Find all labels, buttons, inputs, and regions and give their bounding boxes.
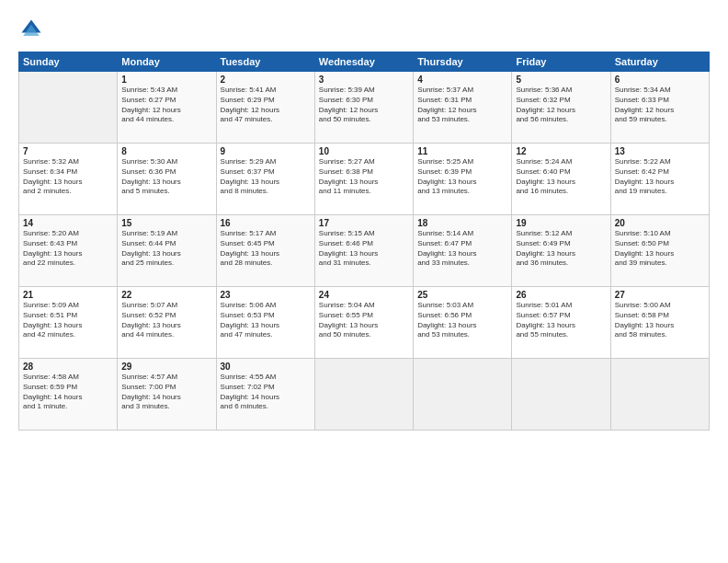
day-number: 16 — [221, 218, 311, 228]
day-number: 10 — [319, 146, 409, 156]
logo-icon — [18, 17, 44, 42]
header-row: Sunday Monday Tuesday Wednesday Thursday… — [19, 52, 710, 72]
day-info: Sunrise: 5:14 AMSunset: 6:47 PMDaylight:… — [417, 229, 507, 269]
day-info: Sunrise: 5:06 AMSunset: 6:53 PMDaylight:… — [221, 301, 311, 340]
week-row-4: 21Sunrise: 5:09 AMSunset: 6:51 PMDayligh… — [19, 287, 710, 359]
calendar-cell — [610, 359, 709, 431]
calendar-cell: 23Sunrise: 5:06 AMSunset: 6:53 PMDayligh… — [216, 287, 314, 359]
day-number: 28 — [23, 362, 113, 372]
day-info: Sunrise: 5:25 AMSunset: 6:39 PMDaylight:… — [417, 157, 507, 197]
calendar-cell: 28Sunrise: 4:58 AMSunset: 6:59 PMDayligh… — [19, 359, 118, 431]
calendar-cell: 1Sunrise: 5:43 AMSunset: 6:27 PMDaylight… — [118, 72, 216, 144]
col-thursday: Thursday — [414, 52, 512, 72]
calendar-cell: 10Sunrise: 5:27 AMSunset: 6:38 PMDayligh… — [314, 144, 413, 215]
day-number: 29 — [121, 362, 211, 372]
col-friday: Friday — [512, 52, 610, 72]
calendar-cell — [314, 359, 413, 431]
calendar-cell: 7Sunrise: 5:32 AMSunset: 6:34 PMDaylight… — [19, 144, 118, 215]
calendar-cell: 3Sunrise: 5:39 AMSunset: 6:30 PMDaylight… — [314, 72, 413, 144]
day-info: Sunrise: 5:15 AMSunset: 6:46 PMDaylight:… — [319, 229, 409, 269]
day-number: 18 — [417, 218, 507, 228]
calendar-cell: 13Sunrise: 5:22 AMSunset: 6:42 PMDayligh… — [610, 144, 709, 215]
calendar-cell: 18Sunrise: 5:14 AMSunset: 6:47 PMDayligh… — [414, 215, 512, 287]
day-info: Sunrise: 4:58 AMSunset: 6:59 PMDaylight:… — [23, 373, 113, 412]
day-info: Sunrise: 5:32 AMSunset: 6:34 PMDaylight:… — [23, 157, 113, 197]
calendar-cell: 27Sunrise: 5:00 AMSunset: 6:58 PMDayligh… — [610, 287, 709, 359]
calendar-cell — [512, 359, 610, 431]
day-info: Sunrise: 5:29 AMSunset: 6:37 PMDaylight:… — [221, 157, 311, 197]
day-number: 6 — [615, 75, 705, 85]
week-row-5: 28Sunrise: 4:58 AMSunset: 6:59 PMDayligh… — [19, 359, 710, 431]
day-info: Sunrise: 5:30 AMSunset: 6:36 PMDaylight:… — [121, 157, 211, 197]
day-number: 14 — [23, 218, 113, 228]
day-info: Sunrise: 5:39 AMSunset: 6:30 PMDaylight:… — [319, 86, 409, 125]
day-number: 2 — [221, 75, 311, 85]
day-number: 12 — [516, 146, 606, 156]
calendar-cell: 15Sunrise: 5:19 AMSunset: 6:44 PMDayligh… — [118, 215, 216, 287]
day-info: Sunrise: 5:19 AMSunset: 6:44 PMDaylight:… — [121, 229, 211, 269]
calendar-cell: 5Sunrise: 5:36 AMSunset: 6:32 PMDaylight… — [512, 72, 610, 144]
day-info: Sunrise: 5:22 AMSunset: 6:42 PMDaylight:… — [615, 157, 705, 197]
day-info: Sunrise: 4:55 AMSunset: 7:02 PMDaylight:… — [221, 373, 311, 412]
day-info: Sunrise: 5:17 AMSunset: 6:45 PMDaylight:… — [221, 229, 311, 269]
day-info: Sunrise: 5:34 AMSunset: 6:33 PMDaylight:… — [615, 86, 705, 125]
calendar-cell: 20Sunrise: 5:10 AMSunset: 6:50 PMDayligh… — [610, 215, 709, 287]
calendar-table: Sunday Monday Tuesday Wednesday Thursday… — [18, 52, 710, 431]
day-info: Sunrise: 5:27 AMSunset: 6:38 PMDaylight:… — [319, 157, 409, 197]
calendar-cell: 2Sunrise: 5:41 AMSunset: 6:29 PMDaylight… — [216, 72, 314, 144]
calendar-cell: 21Sunrise: 5:09 AMSunset: 6:51 PMDayligh… — [19, 287, 118, 359]
day-number: 27 — [615, 290, 705, 300]
day-number: 20 — [615, 218, 705, 228]
day-number: 9 — [221, 146, 311, 156]
calendar-cell: 12Sunrise: 5:24 AMSunset: 6:40 PMDayligh… — [512, 144, 610, 215]
day-info: Sunrise: 5:03 AMSunset: 6:56 PMDaylight:… — [417, 301, 507, 340]
day-info: Sunrise: 5:12 AMSunset: 6:49 PMDaylight:… — [516, 229, 606, 269]
day-info: Sunrise: 5:04 AMSunset: 6:55 PMDaylight:… — [319, 301, 409, 340]
day-info: Sunrise: 5:10 AMSunset: 6:50 PMDaylight:… — [615, 229, 705, 269]
calendar-cell: 30Sunrise: 4:55 AMSunset: 7:02 PMDayligh… — [216, 359, 314, 431]
day-number: 8 — [121, 146, 211, 156]
day-number: 19 — [516, 218, 606, 228]
day-number: 13 — [615, 146, 705, 156]
day-info: Sunrise: 5:41 AMSunset: 6:29 PMDaylight:… — [221, 86, 311, 125]
day-number: 5 — [516, 75, 606, 85]
day-number: 21 — [23, 290, 113, 300]
day-info: Sunrise: 5:37 AMSunset: 6:31 PMDaylight:… — [417, 86, 507, 125]
calendar-cell: 6Sunrise: 5:34 AMSunset: 6:33 PMDaylight… — [610, 72, 709, 144]
calendar-cell: 14Sunrise: 5:20 AMSunset: 6:43 PMDayligh… — [19, 215, 118, 287]
day-info: Sunrise: 5:24 AMSunset: 6:40 PMDaylight:… — [516, 157, 606, 197]
day-number: 26 — [516, 290, 606, 300]
calendar-cell: 9Sunrise: 5:29 AMSunset: 6:37 PMDaylight… — [216, 144, 314, 215]
day-info: Sunrise: 5:01 AMSunset: 6:57 PMDaylight:… — [516, 301, 606, 340]
day-number: 24 — [319, 290, 409, 300]
calendar-cell: 11Sunrise: 5:25 AMSunset: 6:39 PMDayligh… — [414, 144, 512, 215]
col-saturday: Saturday — [610, 52, 709, 72]
calendar-cell: 17Sunrise: 5:15 AMSunset: 6:46 PMDayligh… — [314, 215, 413, 287]
calendar-cell: 22Sunrise: 5:07 AMSunset: 6:52 PMDayligh… — [118, 287, 216, 359]
calendar-cell: 25Sunrise: 5:03 AMSunset: 6:56 PMDayligh… — [414, 287, 512, 359]
day-info: Sunrise: 5:00 AMSunset: 6:58 PMDaylight:… — [615, 301, 705, 340]
calendar-cell: 29Sunrise: 4:57 AMSunset: 7:00 PMDayligh… — [118, 359, 216, 431]
calendar-cell: 19Sunrise: 5:12 AMSunset: 6:49 PMDayligh… — [512, 215, 610, 287]
day-number: 22 — [121, 290, 211, 300]
calendar-cell: 8Sunrise: 5:30 AMSunset: 6:36 PMDaylight… — [118, 144, 216, 215]
calendar-cell — [19, 72, 118, 144]
day-number: 25 — [417, 290, 507, 300]
day-info: Sunrise: 5:20 AMSunset: 6:43 PMDaylight:… — [23, 229, 113, 269]
calendar-cell: 4Sunrise: 5:37 AMSunset: 6:31 PMDaylight… — [414, 72, 512, 144]
week-row-1: 1Sunrise: 5:43 AMSunset: 6:27 PMDaylight… — [19, 72, 710, 144]
calendar-cell: 26Sunrise: 5:01 AMSunset: 6:57 PMDayligh… — [512, 287, 610, 359]
col-tuesday: Tuesday — [216, 52, 314, 72]
day-number: 4 — [417, 75, 507, 85]
day-number: 3 — [319, 75, 409, 85]
day-info: Sunrise: 5:09 AMSunset: 6:51 PMDaylight:… — [23, 301, 113, 340]
logo — [18, 17, 48, 42]
calendar-cell — [414, 359, 512, 431]
day-number: 7 — [23, 146, 113, 156]
day-info: Sunrise: 5:43 AMSunset: 6:27 PMDaylight:… — [121, 86, 211, 125]
col-monday: Monday — [118, 52, 216, 72]
calendar-cell: 16Sunrise: 5:17 AMSunset: 6:45 PMDayligh… — [216, 215, 314, 287]
week-row-3: 14Sunrise: 5:20 AMSunset: 6:43 PMDayligh… — [19, 215, 710, 287]
col-sunday: Sunday — [19, 52, 118, 72]
day-number: 1 — [121, 75, 211, 85]
